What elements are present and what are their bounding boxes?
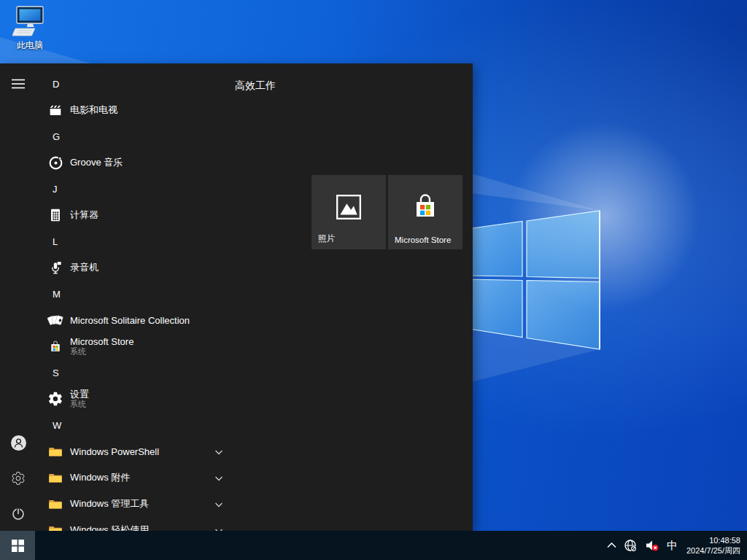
tile-group-label[interactable]: 高效工作 bbox=[235, 79, 276, 93]
folder-icon bbox=[47, 521, 64, 531]
section-header-g[interactable]: G bbox=[35, 123, 233, 149]
rail-settings-button[interactable] bbox=[9, 469, 28, 488]
app-item-groove-music[interactable]: Groove 音乐 bbox=[35, 149, 233, 176]
system-tray: 中 10:48:58 2024/7/25/周四 bbox=[607, 535, 747, 556]
folder-item-windows-accessories[interactable]: Windows 附件 bbox=[35, 464, 233, 491]
section-header-w[interactable]: W bbox=[35, 412, 233, 438]
folder-label: Windows 轻松使用 bbox=[70, 524, 149, 531]
app-item-solitaire[interactable]: Microsoft Solitaire Collection bbox=[35, 307, 233, 333]
power-icon bbox=[11, 506, 26, 521]
section-header-j[interactable]: J bbox=[35, 176, 233, 202]
voice-recorder-icon bbox=[47, 259, 64, 276]
start-button[interactable] bbox=[0, 531, 35, 560]
network-status-button[interactable] bbox=[624, 539, 638, 553]
app-label: Microsoft Solitaire Collection bbox=[70, 315, 190, 326]
movies-tv-icon bbox=[47, 101, 64, 119]
folder-label: Windows 附件 bbox=[70, 471, 130, 484]
tile-microsoft-store[interactable]: Microsoft Store bbox=[388, 175, 462, 249]
groove-music-icon bbox=[47, 154, 64, 171]
clock-date: 2024/7/25/周四 bbox=[686, 545, 740, 556]
start-menu: D 电影和电视 G Groove 音乐 J bbox=[0, 63, 473, 531]
app-label: Groove 音乐 bbox=[70, 156, 123, 169]
app-list: D 电影和电视 G Groove 音乐 J bbox=[35, 71, 233, 531]
section-header-s[interactable]: S bbox=[35, 359, 233, 386]
section-header-d[interactable]: D bbox=[35, 71, 233, 97]
app-label: 电影和电视 bbox=[70, 104, 117, 117]
show-hidden-icons-button[interactable] bbox=[607, 542, 616, 548]
app-sublabel: 系统 bbox=[70, 347, 133, 357]
solitaire-icon bbox=[47, 311, 64, 329]
app-item-calculator[interactable]: 计算器 bbox=[35, 202, 233, 228]
desktop-icon-this-pc[interactable]: 此电脑 bbox=[7, 6, 53, 52]
app-label: 录音机 bbox=[70, 261, 98, 274]
hamburger-icon bbox=[12, 79, 25, 89]
tile-label: 照片 bbox=[318, 233, 335, 244]
expand-menu-button[interactable] bbox=[9, 74, 28, 93]
folder-item-windows-ease-of-access[interactable]: Windows 轻松使用 bbox=[35, 517, 233, 531]
clock-time: 10:48:58 bbox=[686, 535, 740, 545]
taskbar: 中 10:48:58 2024/7/25/周四 bbox=[0, 531, 747, 560]
desktop-icon-label: 此电脑 bbox=[17, 39, 43, 52]
folder-item-windows-powershell[interactable]: Windows PowerShell bbox=[35, 438, 233, 464]
store-icon bbox=[47, 338, 64, 355]
taskbar-clock[interactable]: 10:48:58 2024/7/25/周四 bbox=[686, 535, 740, 556]
photos-icon bbox=[335, 193, 363, 224]
chevron-down-icon[interactable] bbox=[214, 525, 223, 532]
windows-logo-icon bbox=[12, 540, 24, 552]
tile-label: Microsoft Store bbox=[395, 236, 451, 244]
volume-muted-button[interactable] bbox=[645, 539, 659, 553]
tile-panel: 照片 Microsoft Store bbox=[311, 175, 462, 249]
app-label: 设置 bbox=[70, 389, 89, 400]
speaker-muted-icon bbox=[645, 539, 659, 553]
section-header-m[interactable]: M bbox=[35, 281, 233, 307]
chevron-down-icon[interactable] bbox=[214, 499, 223, 510]
app-item-settings[interactable]: 设置 系统 bbox=[35, 386, 233, 412]
calculator-icon bbox=[47, 206, 64, 224]
this-pc-icon bbox=[12, 6, 47, 38]
folder-icon bbox=[47, 469, 64, 486]
app-label: 计算器 bbox=[70, 209, 98, 222]
folder-icon bbox=[47, 495, 64, 513]
globe-no-internet-icon bbox=[624, 539, 638, 553]
app-sublabel: 系统 bbox=[70, 400, 89, 409]
folder-label: Windows 管理工具 bbox=[70, 497, 149, 510]
app-label: Microsoft Store bbox=[70, 336, 133, 348]
app-label-group: Microsoft Store 系统 bbox=[70, 336, 133, 357]
settings-icon bbox=[47, 390, 64, 408]
chevron-down-icon[interactable] bbox=[214, 472, 223, 483]
user-account-button[interactable] bbox=[9, 433, 28, 452]
start-menu-rail bbox=[0, 63, 35, 531]
section-header-l[interactable]: L bbox=[35, 228, 233, 254]
ime-indicator[interactable]: 中 bbox=[667, 539, 678, 553]
chevron-up-icon bbox=[607, 542, 616, 548]
app-item-microsoft-store[interactable]: Microsoft Store 系统 bbox=[35, 333, 233, 359]
app-item-movies-tv[interactable]: 电影和电视 bbox=[35, 97, 233, 123]
store-icon bbox=[411, 192, 440, 225]
folder-item-windows-admin-tools[interactable]: Windows 管理工具 bbox=[35, 491, 233, 517]
tile-photos[interactable]: 照片 bbox=[311, 175, 386, 249]
user-icon bbox=[10, 435, 27, 451]
chevron-down-icon[interactable] bbox=[214, 446, 223, 457]
power-button[interactable] bbox=[9, 504, 28, 523]
gear-icon bbox=[11, 471, 26, 486]
app-item-voice-recorder[interactable]: 录音机 bbox=[35, 254, 233, 281]
folder-icon bbox=[47, 443, 64, 460]
app-label-group: 设置 系统 bbox=[70, 389, 89, 410]
folder-label: Windows PowerShell bbox=[70, 446, 159, 457]
